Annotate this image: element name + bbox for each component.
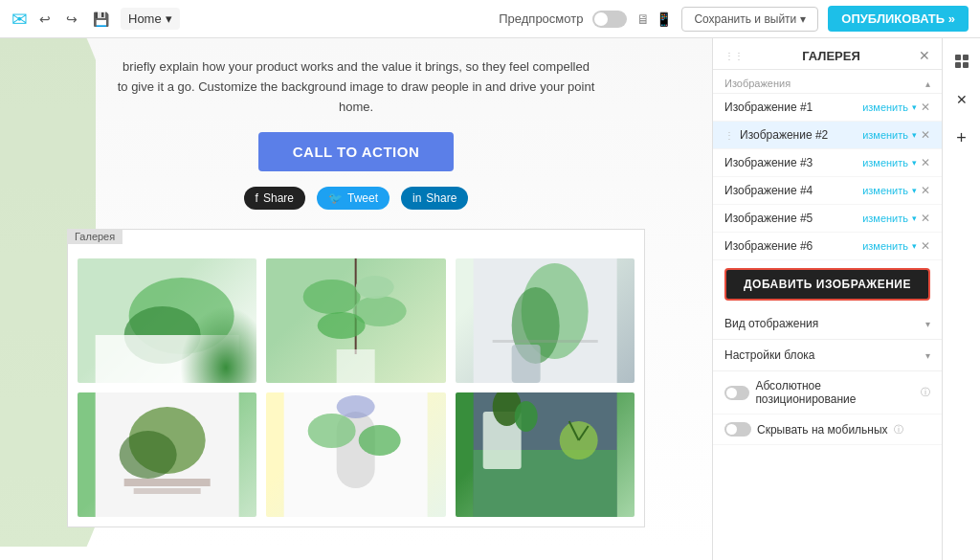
plus-icon[interactable]: + — [948, 124, 975, 151]
close-panel-icon[interactable]: ✕ — [948, 86, 975, 113]
display-type-collapsible[interactable]: Вид отображения ▾ — [713, 308, 942, 340]
facebook-share-button[interactable]: f Share — [244, 187, 305, 210]
svg-point-28 — [514, 401, 537, 432]
absolute-positioning-info-icon[interactable]: ⓘ — [921, 386, 930, 399]
hide-mobile-row: Скрывать на мобильных ⓘ — [713, 414, 942, 445]
gallery-item-5[interactable] — [266, 392, 445, 517]
logo-icon: ✉ — [11, 8, 28, 31]
preview-label: Предпросмотр — [499, 11, 583, 26]
home-label: Home — [128, 11, 162, 26]
image-row-label-4: Изображение #4 — [724, 184, 813, 197]
hero-text: briefly explain how your product works a… — [117, 57, 595, 117]
image-change-button-1[interactable]: изменить — [862, 101, 908, 113]
image-delete-button-2[interactable]: ✕ — [921, 128, 930, 142]
image-row-2[interactable]: ⋮ Изображение #2 изменить ▾ ✕ — [713, 122, 942, 149]
absolute-positioning-label: Абсолютное позиционирование — [755, 379, 915, 406]
image-change-arrow-6: ▾ — [912, 241, 917, 251]
svg-rect-8 — [337, 349, 375, 383]
image-row-6[interactable]: Изображение #6 изменить ▾ ✕ — [713, 233, 942, 260]
svg-point-21 — [337, 395, 375, 418]
mobile-icon[interactable]: 📱 — [656, 11, 672, 27]
image-delete-button-4[interactable]: ✕ — [921, 184, 930, 197]
image-change-arrow-2: ▾ — [912, 130, 917, 140]
image-change-button-6[interactable]: изменить — [862, 240, 908, 252]
topbar-right: Предпросмотр 🖥 📱 Сохранить и выйти ▾ ОПУ… — [499, 6, 969, 32]
gallery-item-6[interactable] — [456, 392, 635, 517]
svg-rect-18 — [134, 488, 201, 494]
svg-rect-35 — [963, 62, 969, 68]
home-button[interactable]: Home ▾ — [121, 8, 180, 30]
svg-rect-17 — [124, 479, 211, 486]
block-settings-label: Настройки блока — [724, 348, 815, 362]
image-change-button-3[interactable]: изменить — [862, 157, 908, 168]
images-section-header: Изображения ▴ — [713, 70, 942, 94]
image-delete-button-5[interactable]: ✕ — [921, 212, 930, 225]
image-row-3[interactable]: Изображение #3 изменить ▾ ✕ — [713, 149, 942, 177]
image-change-button-5[interactable]: изменить — [862, 213, 908, 224]
gallery-item-4[interactable] — [78, 392, 256, 517]
gallery-item-2[interactable] — [266, 258, 445, 383]
image-row-label-6: Изображение #6 — [724, 239, 813, 253]
svg-rect-2 — [96, 335, 239, 383]
device-icons: 🖥 📱 — [636, 11, 672, 27]
gallery-grid — [78, 258, 635, 517]
svg-rect-34 — [955, 62, 961, 68]
cta-button[interactable]: CALL TO ACTION — [258, 132, 455, 171]
main-wrapper: briefly explain how your product works a… — [0, 38, 980, 560]
svg-point-4 — [303, 280, 361, 314]
gallery-item-3[interactable] — [456, 258, 635, 383]
svg-point-23 — [359, 425, 401, 456]
display-type-label: Вид отображения — [724, 317, 818, 330]
svg-rect-13 — [492, 340, 597, 343]
svg-point-7 — [356, 276, 394, 299]
image-delete-button-6[interactable]: ✕ — [921, 239, 930, 253]
panel-header: ⋮⋮ ГАЛЕРЕЯ ✕ — [713, 38, 942, 70]
desktop-icon[interactable]: 🖥 — [636, 11, 650, 27]
absolute-positioning-toggle[interactable] — [724, 386, 749, 400]
panel-drag-icon[interactable]: ⋮⋮ — [724, 51, 744, 61]
image-change-arrow-5: ▾ — [912, 213, 917, 223]
image-change-arrow-4: ▾ — [912, 186, 917, 195]
image-row-label-5: Изображение #5 — [724, 212, 813, 225]
image-change-arrow-3: ▾ — [912, 158, 917, 168]
twitter-share-button[interactable]: 🐦 Tweet — [317, 187, 390, 210]
image-row-label-1: Изображение #1 — [724, 101, 813, 114]
topbar: ✉ ↩ ↪ 💾 Home ▾ Предпросмотр 🖥 📱 Сохранит… — [0, 0, 980, 38]
save-icon-button[interactable]: 💾 — [89, 8, 113, 31]
add-image-button[interactable]: ДОБАВИТЬ ИЗОБРАЖЕНИЕ — [724, 268, 930, 301]
image-delete-button-3[interactable]: ✕ — [921, 156, 930, 169]
display-type-arrow-icon: ▾ — [925, 319, 930, 329]
svg-point-6 — [318, 312, 366, 339]
hide-mobile-info-icon[interactable]: ⓘ — [894, 423, 903, 437]
hide-mobile-toggle[interactable] — [724, 422, 751, 437]
publish-button[interactable]: ОПУБЛИКОВАТЬ » — [828, 6, 969, 32]
panel-close-button[interactable]: ✕ — [919, 48, 930, 63]
image-row-4[interactable]: Изображение #4 изменить ▾ ✕ — [713, 177, 942, 205]
twitter-icon: 🐦 — [328, 191, 343, 205]
hide-mobile-label: Скрывать на мобильных — [757, 423, 888, 437]
add-panel-icon[interactable] — [948, 48, 975, 75]
svg-rect-12 — [511, 345, 540, 383]
redo-button[interactable]: ↪ — [62, 8, 81, 31]
linkedin-share-button[interactable]: in Share — [401, 187, 468, 210]
facebook-icon: f — [256, 191, 258, 205]
image-row-5[interactable]: Изображение #5 изменить ▾ ✕ — [713, 205, 942, 233]
image-change-button-4[interactable]: изменить — [862, 185, 908, 196]
preview-toggle[interactable] — [592, 11, 627, 28]
images-section-arrow-icon[interactable]: ▴ — [925, 78, 930, 89]
image-row-1[interactable]: Изображение #1 изменить ▾ ✕ — [713, 94, 942, 122]
svg-rect-33 — [963, 55, 969, 60]
image-row-label-3: Изображение #3 — [724, 156, 813, 169]
topbar-left: ✉ ↩ ↪ 💾 Home ▾ — [11, 8, 180, 31]
gallery-item-1[interactable] — [78, 258, 256, 383]
gallery-container: Галерея — [67, 229, 645, 527]
block-settings-arrow-icon: ▾ — [925, 350, 930, 361]
gallery-label: Галерея — [67, 229, 122, 244]
image-delete-button-1[interactable]: ✕ — [921, 101, 930, 114]
block-settings-collapsible[interactable]: Настройки блока ▾ — [713, 340, 942, 371]
save-exit-button[interactable]: Сохранить и выйти ▾ — [681, 7, 818, 32]
image-row-label-2: Изображение #2 — [740, 128, 828, 142]
undo-button[interactable]: ↩ — [35, 8, 55, 31]
image-change-button-2[interactable]: изменить — [862, 129, 908, 141]
far-right-panel: ✕ + — [942, 38, 980, 560]
